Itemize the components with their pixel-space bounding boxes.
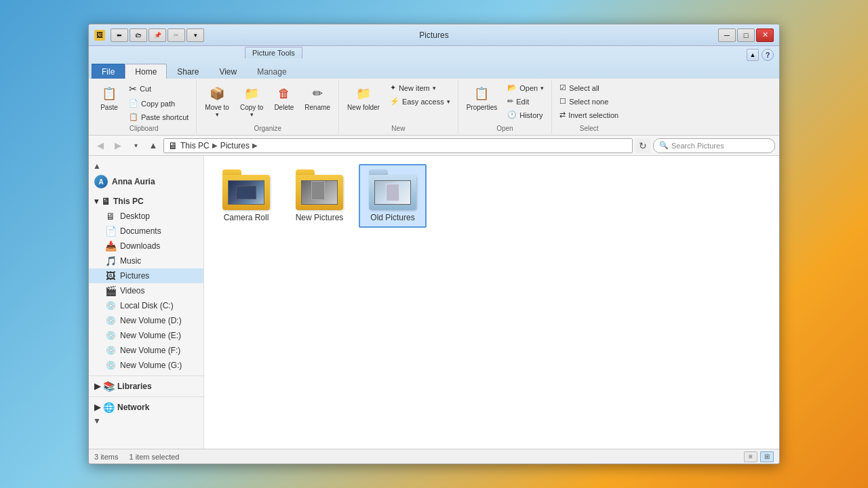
quick-access-btn2[interactable]: 🗁 <box>130 28 147 42</box>
move-to-button[interactable]: 📦 Move to ▾ <box>201 81 233 121</box>
help-button[interactable]: ? <box>762 49 774 61</box>
search-placeholder: Search Pictures <box>671 142 724 150</box>
ribbon-group-organize: 📦 Move to ▾ 📁 Copy to ▾ 🗑 Delete ✏ Renam… <box>197 80 339 134</box>
address-separator: ▶ <box>212 142 218 149</box>
downloads-label: Downloads <box>120 241 160 251</box>
new-folder-button[interactable]: 📁 New folder <box>343 81 384 114</box>
window-icon: 🖼 <box>94 30 105 41</box>
ribbon-tabs-row: Picture Tools File Home Share View Manag… <box>89 46 779 79</box>
new-item-button[interactable]: ✦ New item ▾ <box>387 81 454 94</box>
organize-content: 📦 Move to ▾ 📁 Copy to ▾ 🗑 Delete ✏ Renam… <box>201 81 334 123</box>
quick-access-undo[interactable]: ✂ <box>167 28 185 42</box>
paste-button[interactable]: 📋 Paste <box>96 81 123 114</box>
this-pc-icon: 🖥 <box>101 196 111 207</box>
libraries-expand-icon: ▶ <box>94 382 100 391</box>
rename-button[interactable]: ✏ Rename <box>300 81 334 114</box>
icon-view-btn[interactable]: ⊞ <box>760 451 774 462</box>
select-label: Select <box>556 125 622 132</box>
volume-f-icon: 💿 <box>105 345 116 356</box>
search-box[interactable]: 🔍 Search Pictures <box>653 138 775 153</box>
move-to-icon: 📦 <box>208 84 226 103</box>
network-header[interactable]: ▶ 🌐 Network <box>89 400 203 415</box>
address-end-arrow: ▶ <box>252 142 258 149</box>
title-bar: 🖼 ⬅ 🗁 📌 ✂ ▾ Pictures ─ □ ✕ <box>89 24 779 46</box>
properties-button[interactable]: 📋 Properties <box>462 81 502 114</box>
ribbon-collapse-btn[interactable]: ▲ <box>747 49 759 61</box>
delete-button[interactable]: 🗑 Delete <box>270 81 298 114</box>
back-button[interactable]: ◀ <box>93 138 108 153</box>
folder-camera-roll[interactable]: Camera Roll <box>212 164 280 228</box>
tab-view[interactable]: View <box>209 64 247 79</box>
this-pc-header[interactable]: ▾ 🖥 This PC <box>89 194 203 209</box>
old-pictures-label: Old Pictures <box>370 213 414 222</box>
open-button[interactable]: 📂 Open ▾ <box>504 81 547 94</box>
sidebar-item-downloads[interactable]: 📥 Downloads <box>89 239 203 253</box>
cut-button[interactable]: ✂ Cut <box>125 81 192 96</box>
quick-access-btn3[interactable]: 📌 <box>149 28 166 42</box>
tab-share[interactable]: Share <box>167 64 209 79</box>
tabs-row: File Home Share View Manage <box>89 58 779 79</box>
copy-path-button[interactable]: 📄 Copy path <box>125 97 192 110</box>
main-window: 🖼 ⬅ 🗁 📌 ✂ ▾ Pictures ─ □ ✕ Picture Tools… <box>88 24 780 464</box>
window-title: Pictures <box>419 30 448 40</box>
forward-button[interactable]: ▶ <box>111 138 125 153</box>
sidebar-item-volume-f[interactable]: 💿 New Volume (F:) <box>89 343 203 358</box>
sidebar-item-local-disk-c[interactable]: 💿 Local Disk (C:) <box>89 298 203 313</box>
quick-access-more[interactable]: ▾ <box>186 28 204 42</box>
edit-button[interactable]: ✏ Edit <box>504 95 547 108</box>
copy-to-button[interactable]: 📁 Copy to ▾ <box>236 81 267 121</box>
address-pictures[interactable]: Pictures <box>220 141 250 150</box>
easy-access-button[interactable]: ⚡ Easy access ▾ <box>387 95 454 108</box>
select-all-button[interactable]: ☑ Select all <box>556 81 622 94</box>
copy-path-icon: 📄 <box>129 99 138 108</box>
ribbon-group-select: ☑ Select all ☐ Select none ⇄ Invert sele… <box>552 80 626 134</box>
minimize-button[interactable]: ─ <box>718 28 736 42</box>
volume-e-icon: 💿 <box>105 330 116 341</box>
address-bar: 🖥 This PC ▶ Pictures ▶ <box>163 138 633 153</box>
refresh-button[interactable]: ↻ <box>635 138 650 153</box>
move-to-chevron: ▾ <box>216 111 219 118</box>
old-pictures-preview <box>374 180 411 205</box>
clipboard-label: Clipboard <box>96 125 192 132</box>
up-button[interactable]: ▲ <box>146 138 161 153</box>
recent-locations-button[interactable]: ▾ <box>128 138 143 153</box>
select-none-button[interactable]: ☐ Select none <box>556 95 622 108</box>
volume-d-label: New Volume (D:) <box>120 316 182 325</box>
disk-c-icon: 💿 <box>105 300 116 311</box>
folder-old-pictures[interactable]: Old Pictures <box>359 164 427 228</box>
paste-shortcut-button[interactable]: 📋 Paste shortcut <box>125 110 192 123</box>
sidebar-item-volume-g[interactable]: 💿 New Volume (G:) <box>89 358 203 373</box>
sidebar-item-videos[interactable]: 🎬 Videos <box>89 283 203 298</box>
main-area: ▲ A Anna Auria ▾ 🖥 This PC 🖥 Desktop 📄 <box>89 156 779 449</box>
volume-g-icon: 💿 <box>105 360 116 371</box>
list-view-btn[interactable]: ≡ <box>744 451 757 462</box>
new-item-icon: ✦ <box>390 83 396 92</box>
history-button[interactable]: 🕐 History <box>504 108 547 121</box>
network-icon: 🌐 <box>103 402 115 413</box>
close-button[interactable]: ✕ <box>756 28 774 42</box>
tab-manage[interactable]: Manage <box>247 64 296 79</box>
this-pc-label: This PC <box>113 197 144 206</box>
paste-icon: 📋 <box>100 84 119 103</box>
easy-access-chevron: ▾ <box>447 98 450 105</box>
sidebar-item-documents[interactable]: 📄 Documents <box>89 224 203 239</box>
quick-access-btn[interactable]: ⬅ <box>111 28 128 42</box>
tab-file[interactable]: File <box>92 64 125 79</box>
sidebar-scroll-up[interactable]: ▲ <box>92 160 102 172</box>
libraries-header[interactable]: ▶ 📚 Libraries <box>89 379 203 394</box>
invert-selection-button[interactable]: ⇄ Invert selection <box>556 108 622 121</box>
sidebar-item-pictures[interactable]: 🖼 Pictures <box>89 268 203 283</box>
search-icon: 🔍 <box>659 141 669 150</box>
folder-new-pictures[interactable]: New Pictures <box>285 164 353 228</box>
sidebar-item-volume-d[interactable]: 💿 New Volume (D:) <box>89 313 203 328</box>
camera-roll-icon <box>222 169 270 210</box>
sidebar: ▲ A Anna Auria ▾ 🖥 This PC 🖥 Desktop 📄 <box>89 156 204 449</box>
sidebar-item-music[interactable]: 🎵 Music <box>89 253 203 268</box>
address-this-pc[interactable]: This PC <box>180 141 210 150</box>
edit-icon: ✏ <box>507 97 513 106</box>
sidebar-item-volume-e[interactable]: 💿 New Volume (E:) <box>89 328 203 343</box>
maximize-button[interactable]: □ <box>737 28 755 42</box>
tab-home[interactable]: Home <box>125 64 167 79</box>
sidebar-scroll-down[interactable]: ▼ <box>92 415 102 427</box>
sidebar-item-desktop[interactable]: 🖥 Desktop <box>89 209 203 224</box>
